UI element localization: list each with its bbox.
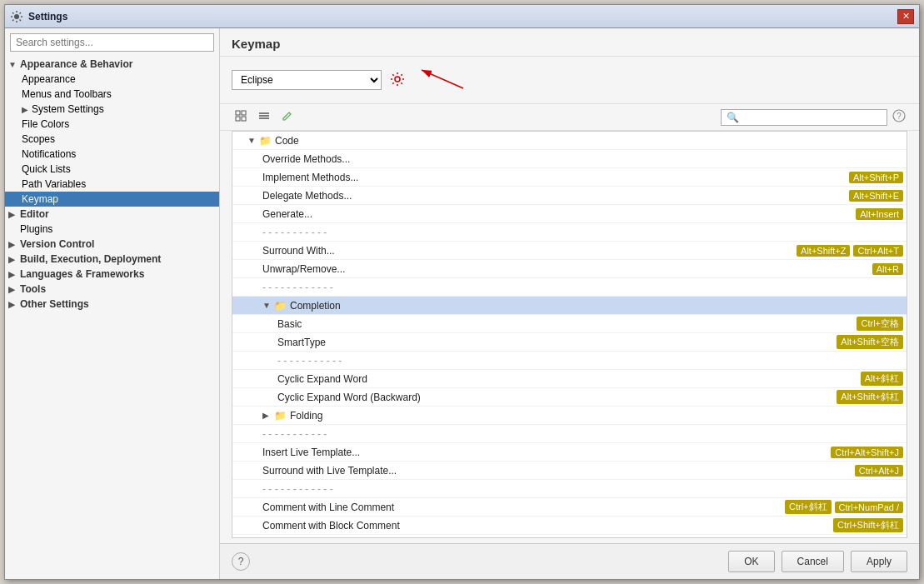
sidebar-item-label: Version Control: [20, 238, 94, 250]
sidebar-section-languages[interactable]: ▶ Languages & Frameworks: [5, 267, 219, 282]
sidebar-section-build[interactable]: ▶ Build, Execution, Deployment: [5, 252, 219, 267]
content-area: ▼ Appearance & Behavior Appearance Menus…: [5, 28, 919, 579]
tree-row-generate[interactable]: Generate... Alt+Insert: [232, 205, 907, 223]
sidebar-item-path-variables[interactable]: Path Variables: [5, 177, 219, 192]
toolbar-row: ?: [220, 104, 919, 131]
tree-row-code[interactable]: ▼ 📁 Code: [232, 132, 907, 150]
tree-row-delegate-methods[interactable]: Delegate Methods... Alt+Shift+E: [232, 187, 907, 205]
chevron-right-icon-lang: ▶: [8, 270, 20, 279]
keymap-top-bar: Eclipse Default Mac OS X IntelliJ IDEA C…: [220, 57, 919, 104]
filter-input[interactable]: [721, 109, 887, 126]
tree-label-code: Code: [275, 135, 903, 147]
window-title: Settings: [28, 11, 67, 22]
help-button[interactable]: ?: [232, 552, 250, 571]
sidebar-item-label: Other Settings: [20, 298, 89, 310]
sidebar-item-quick-lists[interactable]: Quick Lists: [5, 162, 219, 177]
edit-shortcut-button[interactable]: [278, 108, 297, 126]
tree-row-sep2: - - - - - - - - - - - -: [232, 278, 907, 297]
chevron-right-icon-vc: ▶: [8, 240, 20, 249]
sidebar-section-other-settings[interactable]: ▶ Other Settings: [5, 297, 219, 312]
collapse-all-icon: [258, 110, 270, 122]
shortcut-badge: Alt+Shift+斜杠: [837, 390, 903, 404]
sidebar-section-appearance-behavior[interactable]: ▼ Appearance & Behavior: [5, 57, 219, 72]
sidebar-section-editor[interactable]: ▶ Editor: [5, 207, 219, 222]
tree-label: Insert Live Template...: [262, 447, 827, 458]
tree-row-insert-live-template[interactable]: Insert Live Template... Ctrl+Alt+Shift+J: [232, 443, 907, 462]
tree-row-smarttype[interactable]: SmartType Alt+Shift+空格: [232, 333, 907, 352]
shortcut-badge: Ctrl+NumPad /: [835, 502, 903, 513]
expand-all-button[interactable]: [232, 108, 250, 126]
collapse-all-button[interactable]: [255, 108, 273, 126]
gear-button[interactable]: [388, 70, 407, 91]
sidebar-item-plugins[interactable]: Plugins: [5, 222, 219, 237]
chevron-right-icon: ▶: [262, 411, 274, 420]
tree-label: Implement Methods...: [262, 172, 846, 183]
tree-label-folding: Folding: [290, 410, 903, 422]
tree-row-completion[interactable]: ▼ 📁 Completion: [232, 297, 907, 315]
folder-icon: 📁: [274, 300, 287, 312]
svg-point-1: [395, 77, 400, 82]
cancel-button[interactable]: Cancel: [782, 551, 844, 572]
tree-row-override-methods[interactable]: Override Methods...: [232, 150, 907, 168]
chevron-right-icon: ▶: [22, 105, 32, 114]
separator: - - - - - - - - - - -: [262, 428, 903, 440]
dialog-buttons: OK Cancel Apply: [728, 551, 907, 572]
tree-label: Override Methods...: [262, 153, 903, 165]
tree-label: Generate...: [262, 208, 852, 220]
sidebar-item-file-colors[interactable]: File Colors: [5, 117, 219, 132]
title-bar-left: Settings: [10, 10, 67, 23]
tree-row-surround-with[interactable]: Surround With... Alt+Shift+Z Ctrl+Alt+T: [232, 242, 907, 260]
tree-row-comment-line[interactable]: Comment with Line Comment Ctrl+斜杠 Ctrl+N…: [232, 498, 907, 517]
shortcut-badge: Ctrl+空格: [857, 317, 903, 331]
tree-label: Cyclic Expand Word: [277, 373, 857, 385]
svg-rect-4: [236, 111, 240, 115]
ok-button[interactable]: OK: [728, 551, 774, 572]
chevron-down-icon: ▼: [247, 136, 259, 145]
tree-row-cyclic-expand-word-backward[interactable]: Cyclic Expand Word (Backward) Alt+Shift+…: [232, 388, 907, 407]
tree-row-unwrap[interactable]: Unwrap/Remove... Alt+R: [232, 260, 907, 278]
tree-label: SmartType: [277, 337, 833, 348]
separator: - - - - - - - - - - - -: [262, 282, 903, 293]
sidebar-section-version-control[interactable]: ▶ Version Control: [5, 237, 219, 252]
tree-label: Surround With...: [262, 245, 793, 257]
svg-point-0: [14, 14, 19, 19]
filter-options-button[interactable]: ?: [891, 107, 907, 127]
shortcut-badge: Alt+Shift+空格: [837, 335, 903, 349]
close-button[interactable]: ✕: [897, 9, 914, 24]
shortcut-badge: Ctrl+Alt+Shift+J: [831, 447, 903, 458]
edit-icon: [282, 110, 293, 122]
separator: - - - - - - - - - - - -: [262, 483, 903, 495]
sidebar-item-scopes[interactable]: Scopes: [5, 132, 219, 147]
sidebar-item-system-settings[interactable]: ▶ System Settings: [5, 102, 219, 117]
keymap-scheme-select[interactable]: Eclipse Default Mac OS X IntelliJ IDEA C…: [232, 70, 382, 90]
search-input[interactable]: [10, 33, 214, 52]
shortcut-badge: Alt+Shift+P: [849, 172, 903, 183]
sidebar-section-tools[interactable]: ▶ Tools: [5, 282, 219, 297]
tree-label: Cyclic Expand Word (Backward): [277, 392, 833, 403]
sidebar: ▼ Appearance & Behavior Appearance Menus…: [5, 28, 220, 579]
shortcut-badge: Alt+R: [872, 263, 903, 275]
sidebar-item-appearance[interactable]: Appearance: [5, 72, 219, 87]
tree-row-surround-live-template[interactable]: Surround with Live Template... Ctrl+Alt+…: [232, 462, 907, 480]
sidebar-item-menus-toolbars[interactable]: Menus and Toolbars: [5, 87, 219, 102]
tree-label: Surround with Live Template...: [262, 465, 852, 477]
svg-rect-5: [242, 111, 246, 115]
sidebar-item-keymap[interactable]: Keymap: [5, 192, 219, 207]
sidebar-item-label: Editor: [20, 208, 49, 220]
shortcut-badge: Ctrl+斜杠: [785, 500, 832, 514]
filter-area: ?: [721, 107, 907, 127]
tree-row-comment-block[interactable]: Comment with Block Comment Ctrl+Shift+斜杠: [232, 517, 907, 535]
expand-all-icon: [235, 110, 247, 122]
tree-row-folding[interactable]: ▶ 📁 Folding: [232, 407, 907, 425]
tree-row-sep5: - - - - - - - - - - - -: [232, 480, 907, 498]
tree-label: Delegate Methods...: [262, 190, 846, 202]
apply-button[interactable]: Apply: [851, 551, 907, 572]
main-panel: Keymap Eclipse Default Mac OS X IntelliJ…: [220, 28, 919, 579]
tree-row-implement-methods[interactable]: Implement Methods... Alt+Shift+P: [232, 168, 907, 187]
chevron-right-icon-build: ▶: [8, 255, 20, 264]
annotation-arrow-gear: [413, 63, 480, 97]
sidebar-item-notifications[interactable]: Notifications: [5, 147, 219, 162]
tree-row-cyclic-expand-word[interactable]: Cyclic Expand Word Alt+斜杠: [232, 370, 907, 388]
tree-label: Basic: [277, 318, 853, 330]
tree-row-basic[interactable]: Basic Ctrl+空格: [232, 315, 907, 333]
